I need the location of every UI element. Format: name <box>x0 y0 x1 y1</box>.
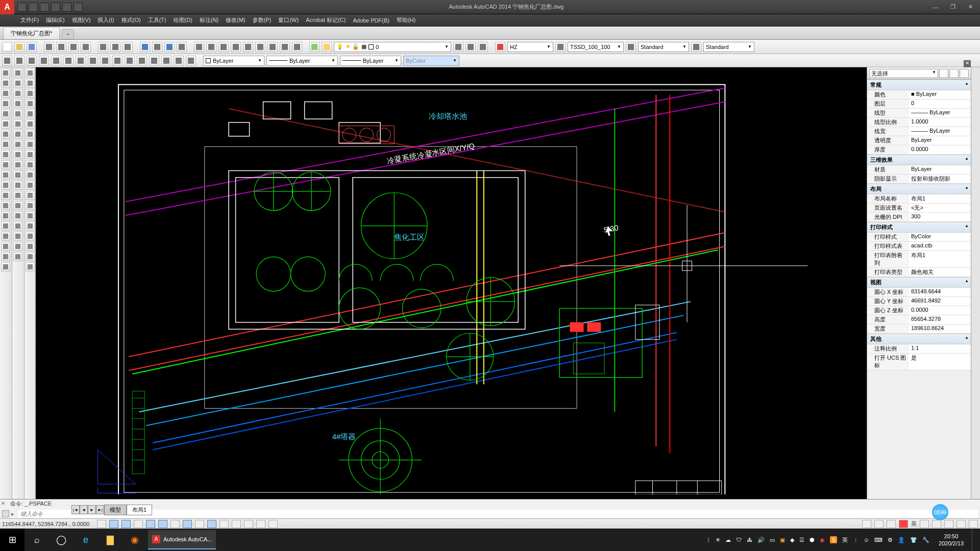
polyline-icon[interactable] <box>1 89 10 98</box>
plotstyle-combo[interactable]: ByColor▼ <box>403 56 459 66</box>
tray-ime-icon3[interactable]: ⌨ <box>874 537 883 543</box>
menu-help[interactable]: 帮助(H) <box>397 16 415 24</box>
osnap-center-icon[interactable] <box>76 56 86 66</box>
command-input[interactable] <box>18 510 978 518</box>
arc-icon[interactable] <box>1 119 10 129</box>
spline-icon[interactable] <box>1 150 10 159</box>
properties-scrollbar[interactable] <box>971 67 980 508</box>
jogged-linear-icon[interactable] <box>26 232 35 241</box>
prop-value[interactable]: ——— ByLayer <box>909 127 971 136</box>
maximize-button[interactable]: ❐ <box>947 3 959 12</box>
tray-volume-icon[interactable]: 🔊 <box>757 537 765 543</box>
taskbar-edge-icon[interactable]: e <box>74 529 98 551</box>
osnap-line-icon[interactable] <box>27 56 37 66</box>
menu-acrobat[interactable]: Acrobat 标记(C) <box>306 16 346 24</box>
properties-icon[interactable] <box>231 42 241 52</box>
undo-icon[interactable] <box>140 42 150 52</box>
menu-dimension[interactable]: 标注(N) <box>200 16 218 24</box>
tray-bluetooth-icon[interactable]: ᛒ <box>707 537 710 543</box>
quickcalc-icon[interactable] <box>292 42 302 52</box>
copy-icon[interactable] <box>110 42 120 52</box>
osnap-parallel-icon[interactable] <box>125 56 135 66</box>
prop-row[interactable]: 透明度ByLayer <box>867 136 971 145</box>
start-button[interactable]: ⊞ <box>0 529 24 551</box>
osnap-int-icon[interactable] <box>51 56 61 66</box>
osnap-ext-icon[interactable] <box>39 56 49 66</box>
status-otrack-icon[interactable] <box>183 520 192 528</box>
prop-value[interactable]: ByColor <box>909 233 971 241</box>
extend-icon[interactable] <box>13 170 22 180</box>
status-model-icon[interactable] <box>862 520 871 528</box>
status-hardware-icon[interactable] <box>944 520 953 528</box>
prop-row[interactable]: 图层0 <box>867 99 971 109</box>
prop-value[interactable]: 1:1 <box>909 344 971 353</box>
tray-ime-label[interactable]: 英 <box>842 536 848 544</box>
prop-value[interactable]: 46691.8492 <box>909 297 971 306</box>
status-grid-icon[interactable] <box>121 520 131 528</box>
dimstyle-icon[interactable] <box>555 42 566 52</box>
circle-icon[interactable] <box>1 130 10 139</box>
3ddwf-icon[interactable] <box>81 42 91 52</box>
textstyle-icon[interactable] <box>495 42 505 52</box>
prop-value[interactable]: 300 <box>909 213 971 221</box>
designcenter-icon[interactable] <box>243 42 253 52</box>
layer-combo[interactable]: 💡 ❄ 🔓 ▦ 0 ▼ <box>334 42 451 52</box>
prop-row[interactable]: 材质ByLayer <box>867 165 971 174</box>
prop-group-header[interactable]: 三维效果▴ <box>867 155 971 165</box>
prop-value[interactable]: 189610.8624 <box>909 324 971 333</box>
dimstyle-combo[interactable]: TSSD_100_100▼ <box>568 42 624 52</box>
mleaderstyle-icon[interactable] <box>691 42 701 52</box>
prop-row[interactable]: 线宽——— ByLayer <box>867 127 971 136</box>
prop-value[interactable]: 投射和接收阴影 <box>909 174 971 183</box>
status-qp-icon[interactable] <box>244 520 253 528</box>
status-workspace-icon[interactable] <box>920 520 929 528</box>
menu-adobepdf[interactable]: Adobe PDF(B) <box>353 17 389 23</box>
open-icon[interactable] <box>14 42 24 52</box>
minimize-button[interactable]: — <box>930 3 941 12</box>
ellipse-icon[interactable] <box>1 160 10 169</box>
osnap-tan-icon[interactable] <box>100 56 110 66</box>
tray-ime-icon6[interactable]: 👕 <box>910 537 917 543</box>
dim-continue-icon[interactable] <box>26 170 35 180</box>
taskbar-autocad-running[interactable]: A Autodesk AutoCA... <box>148 530 216 549</box>
properties-pickadd-icon[interactable] <box>939 69 948 78</box>
prop-row[interactable]: 注释比例1:1 <box>867 344 971 354</box>
tray-app1-icon[interactable]: ✳ <box>716 537 720 543</box>
tray-app5-icon[interactable]: ⬢ <box>810 537 815 543</box>
menu-insert[interactable]: 插入(I) <box>97 16 114 24</box>
tray-ime-icon7[interactable]: 🔧 <box>922 537 929 543</box>
mirror-icon[interactable] <box>13 89 22 98</box>
dim-arc-icon[interactable] <box>26 89 35 98</box>
prop-row[interactable]: 光栅的 DPI300 <box>867 213 971 222</box>
prop-group-header[interactable]: 视图▴ <box>867 277 971 288</box>
osnap-insert-icon[interactable] <box>149 56 159 66</box>
offset-icon[interactable] <box>13 99 22 108</box>
make-block-icon[interactable] <box>1 191 10 200</box>
prop-group-header[interactable]: 常规▴ <box>867 80 971 90</box>
prop-value[interactable]: 是 <box>909 354 971 370</box>
prop-value[interactable]: 1.0000 <box>909 118 971 127</box>
tab-model[interactable]: 模型 <box>104 505 127 515</box>
rotate-icon[interactable] <box>13 130 22 139</box>
table-icon[interactable] <box>1 242 10 251</box>
prop-group-header[interactable]: 打印样式▴ <box>867 222 971 233</box>
dim-update-icon[interactable] <box>26 262 35 271</box>
tray-ime-icon1[interactable]: ： <box>853 536 859 544</box>
prop-value[interactable]: 0.0000 <box>909 145 971 154</box>
tray-onedrive-icon[interactable]: ☁ <box>725 537 731 543</box>
properties-select-icon[interactable] <box>949 69 959 78</box>
layer-props-icon[interactable] <box>322 42 332 52</box>
status-am-icon[interactable] <box>268 520 278 528</box>
dim-jogged-icon[interactable] <box>26 119 35 129</box>
prop-row[interactable]: 线型——— ByLayer <box>867 109 971 118</box>
prop-row[interactable]: 高度85654.3278 <box>867 315 971 324</box>
prop-row[interactable]: 阴影显示投射和接收阴影 <box>867 174 971 184</box>
prop-group-header[interactable]: 布局▴ <box>867 184 971 194</box>
addselected-icon[interactable] <box>1 262 10 271</box>
taskbar-cortana-icon[interactable]: ◯ <box>49 529 74 551</box>
status-lock-icon[interactable] <box>932 520 941 528</box>
pan-icon[interactable] <box>194 42 204 52</box>
dim-baseline-icon[interactable] <box>26 160 35 169</box>
array-icon[interactable] <box>13 109 22 118</box>
move-icon[interactable] <box>13 119 22 129</box>
